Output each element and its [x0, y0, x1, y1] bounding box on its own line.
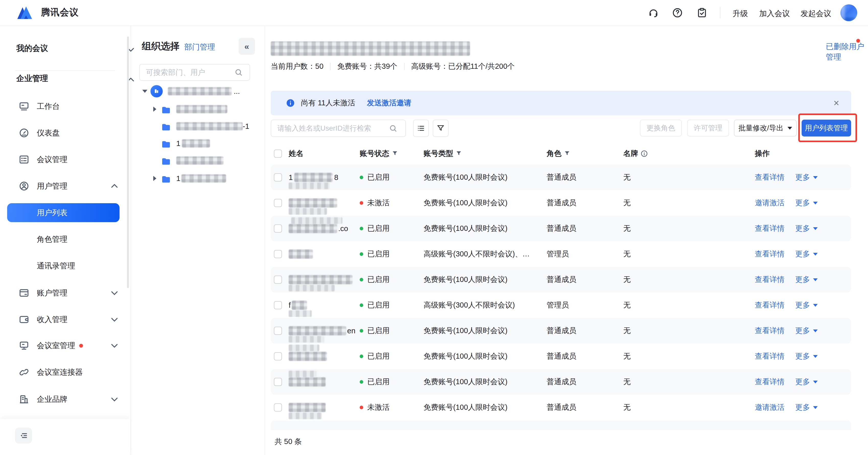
- org-search-input[interactable]: [145, 68, 233, 77]
- user-row: 未激活 免费账号(100人限时会议) 普通成员 无 邀请激活 更多: [271, 395, 851, 420]
- user-search-input[interactable]: [277, 124, 385, 133]
- org-tree-item[interactable]: [139, 154, 259, 167]
- start-meeting-link[interactable]: 发起会议: [801, 8, 831, 19]
- view-details-link[interactable]: 查看详情: [755, 377, 784, 387]
- info-circle-icon[interactable]: [641, 150, 648, 157]
- folder-icon: [161, 139, 171, 148]
- sidebar-item-room-management[interactable]: 会议室管理: [0, 339, 130, 352]
- row-checkbox[interactable]: [274, 403, 282, 411]
- user-row: 已启用 免费账号(100人限时会议) 普通成员 无 查看详情 更多: [271, 369, 851, 395]
- row-checkbox[interactable]: [274, 301, 282, 309]
- batch-edit-export-dropdown[interactable]: 批量修改/导出: [734, 120, 797, 137]
- department-manage-link[interactable]: 部门管理: [184, 42, 215, 52]
- sidebar-item-account-management[interactable]: 账户管理: [0, 287, 130, 299]
- censored-user-name: [289, 250, 313, 259]
- filter-button[interactable]: [433, 120, 448, 137]
- more-dropdown[interactable]: 更多: [795, 223, 818, 234]
- org-search-box: [139, 64, 250, 81]
- close-icon[interactable]: ×: [830, 97, 842, 109]
- sidebar-item-enterprise-brand[interactable]: 企业品牌: [0, 393, 130, 405]
- sidebar-item-contacts-management[interactable]: 通讯录管理: [0, 260, 130, 272]
- sidebar-scrollbar[interactable]: [127, 36, 129, 288]
- list-view-button[interactable]: [413, 120, 429, 137]
- caret-right-icon[interactable]: [153, 107, 156, 112]
- row-checkbox[interactable]: [274, 224, 282, 233]
- filter-funnel-icon[interactable]: [392, 150, 398, 157]
- user-row: 未激活 免费账号(100人限时会议) 普通成员 无 邀请激活 更多: [271, 190, 851, 216]
- org-tree-item[interactable]: 1: [139, 172, 259, 185]
- user-row: f 已启用 高级账号(300人不限时会议) 管理员 无 查看详情 更多: [271, 292, 851, 318]
- sidebar-section-enterprise[interactable]: 企业管理: [17, 73, 130, 84]
- user-row: .co 已启用 免费账号(100人限时会议) 普通成员 无 查看详情 更多: [271, 216, 851, 241]
- more-dropdown[interactable]: 更多: [795, 402, 818, 413]
- brand-logo[interactable]: 腾讯会议: [17, 5, 79, 20]
- view-details-link[interactable]: 查看详情: [755, 249, 784, 259]
- license-manage-button[interactable]: 许可管理: [687, 120, 729, 137]
- filter-funnel-icon[interactable]: [456, 150, 462, 157]
- sidebar-item-user-list-selected[interactable]: 用户列表: [7, 203, 120, 222]
- sidebar-item-meeting-management[interactable]: 会议管理: [0, 153, 130, 166]
- censored-fragment: [289, 208, 327, 215]
- caret-down-icon[interactable]: [142, 90, 147, 93]
- caret-right-icon[interactable]: [153, 176, 156, 181]
- row-checkbox[interactable]: [274, 173, 282, 181]
- row-checkbox[interactable]: [274, 352, 282, 361]
- censored-user-name: [289, 377, 326, 387]
- sidebar-item-workbench[interactable]: 工作台: [0, 100, 130, 112]
- upgrade-link[interactable]: 升级: [733, 8, 748, 19]
- support-headset-icon[interactable]: [648, 7, 659, 19]
- org-tree-root[interactable]: ...: [139, 85, 259, 98]
- more-dropdown[interactable]: 更多: [795, 198, 818, 208]
- row-checkbox[interactable]: [274, 378, 282, 386]
- sidebar-item-dashboard[interactable]: 仪表盘: [0, 127, 130, 139]
- panel-collapse-button[interactable]: «: [239, 38, 255, 55]
- search-icon: [234, 68, 243, 77]
- notification-dot: [856, 39, 860, 43]
- more-dropdown[interactable]: 更多: [795, 326, 818, 336]
- more-dropdown[interactable]: 更多: [795, 300, 818, 310]
- change-role-button[interactable]: 更换角色: [640, 120, 682, 137]
- org-tree-item[interactable]: -1: [139, 120, 259, 133]
- user-list-manage-button[interactable]: 用户列表管理: [802, 120, 851, 137]
- building-icon: [19, 394, 30, 405]
- deleted-users-link[interactable]: 已删除用户管理: [826, 41, 868, 62]
- sidebar-item-role-management[interactable]: 角色管理: [0, 233, 130, 246]
- more-dropdown[interactable]: 更多: [795, 275, 818, 285]
- sidebar-item-user-management[interactable]: 用户管理: [0, 180, 130, 192]
- more-dropdown[interactable]: 更多: [795, 351, 818, 362]
- stat-divider: [330, 63, 331, 70]
- user-row: 已启用 免费账号(100人限时会议) 普通成员 无 查看详情 更多: [271, 267, 851, 292]
- view-details-link[interactable]: 查看详情: [755, 351, 784, 362]
- row-checkbox[interactable]: [274, 199, 282, 207]
- more-dropdown[interactable]: 更多: [795, 377, 818, 387]
- join-meeting-link[interactable]: 加入会议: [759, 8, 790, 19]
- select-all-checkbox[interactable]: [274, 149, 282, 158]
- row-checkbox[interactable]: [274, 327, 282, 335]
- org-tree-item[interactable]: 1: [139, 137, 259, 150]
- censored-user-name: [289, 198, 337, 207]
- sidebar-item-room-connector[interactable]: 会议室连接器: [0, 366, 130, 378]
- view-details-link[interactable]: 查看详情: [755, 300, 784, 310]
- invite-activate-link[interactable]: 邀请激活: [755, 402, 784, 413]
- help-icon[interactable]: [672, 7, 683, 19]
- more-dropdown[interactable]: 更多: [795, 172, 818, 182]
- row-checkbox[interactable]: [274, 250, 282, 258]
- sidebar-item-income-management[interactable]: 收入管理: [0, 313, 130, 326]
- feedback-clipboard-icon[interactable]: [696, 7, 708, 19]
- view-details-link[interactable]: 查看详情: [755, 275, 784, 285]
- view-details-link[interactable]: 查看详情: [755, 223, 784, 234]
- view-details-link[interactable]: 查看详情: [755, 326, 784, 336]
- view-details-link[interactable]: 查看详情: [755, 172, 784, 182]
- caret-down-icon: [813, 227, 818, 230]
- sidebar-section-my-meetings[interactable]: 我的会议: [17, 43, 130, 54]
- more-dropdown[interactable]: 更多: [795, 249, 818, 259]
- send-activation-link[interactable]: 发送激活邀请: [367, 98, 411, 108]
- sidebar-collapse-button[interactable]: [15, 428, 32, 444]
- user-search-box: [271, 120, 406, 137]
- filter-funnel-icon[interactable]: [564, 150, 570, 157]
- invite-activate-link[interactable]: 邀请激活: [755, 198, 784, 208]
- org-tree-item[interactable]: [139, 103, 259, 116]
- row-checkbox[interactable]: [274, 276, 282, 284]
- user-avatar[interactable]: [840, 4, 857, 21]
- status-dot: [360, 201, 363, 205]
